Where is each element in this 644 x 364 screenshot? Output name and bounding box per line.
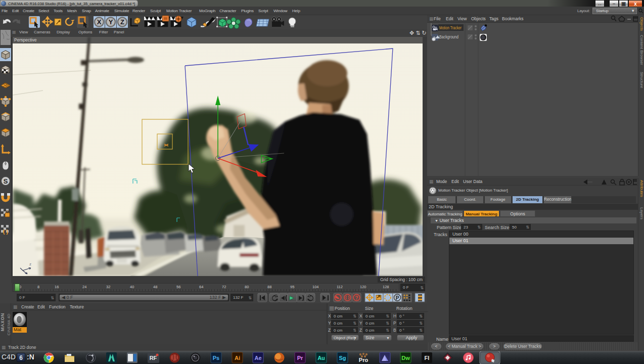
- svg-text:X: X: [97, 18, 102, 26]
- svg-text:z: z: [29, 262, 31, 266]
- svg-text:Motion Tracker: Motion Tracker: [439, 25, 462, 30]
- svg-text:Ae: Ae: [254, 355, 261, 361]
- svg-text:P: P: [396, 295, 399, 301]
- svg-text:?: ?: [355, 295, 358, 301]
- svg-text:S: S: [4, 177, 8, 185]
- svg-text:Au: Au: [317, 355, 325, 361]
- svg-text:Background: Background: [439, 34, 458, 39]
- svg-text:Y: Y: [109, 18, 113, 26]
- svg-text:Pro: Pro: [359, 357, 369, 363]
- svg-text:Pr: Pr: [297, 355, 303, 361]
- svg-text:Z: Z: [120, 18, 124, 26]
- svg-text:FI: FI: [425, 355, 430, 361]
- svg-text:( ): ( ): [3, 229, 9, 235]
- svg-text:Dw: Dw: [401, 355, 410, 361]
- svg-text:Sg: Sg: [339, 355, 346, 361]
- svg-text:RF: RF: [150, 355, 157, 361]
- svg-text:Ai: Ai: [235, 355, 240, 361]
- svg-text:Ps: Ps: [213, 355, 219, 361]
